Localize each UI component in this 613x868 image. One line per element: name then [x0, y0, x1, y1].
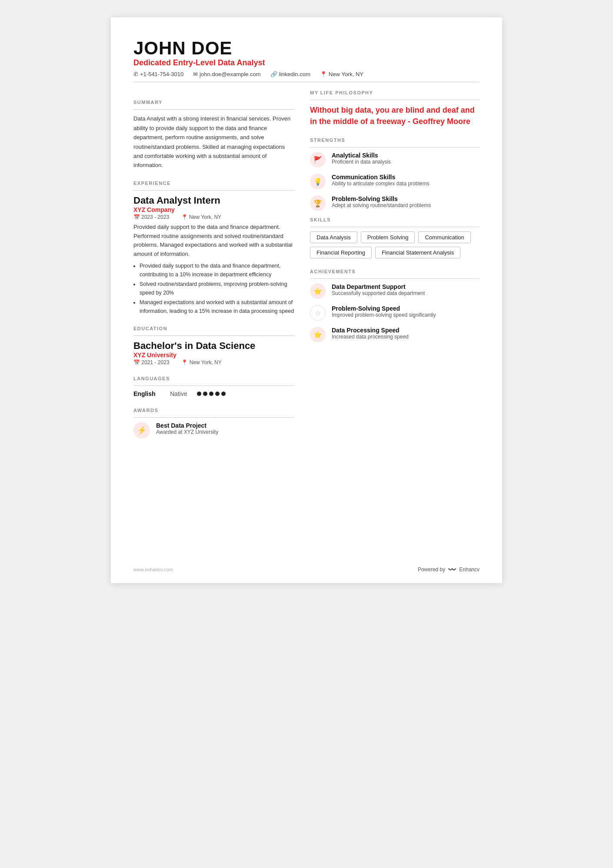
- language-dots: [197, 392, 226, 396]
- brand-name: Enhancv: [459, 566, 480, 573]
- award-icon: ⚡: [133, 422, 150, 439]
- strength-info-2: Communication Skills Ability to articula…: [332, 174, 430, 187]
- experience-divider: [133, 190, 294, 191]
- candidate-title: Dedicated Entry-Level Data Analyst: [133, 58, 480, 67]
- achievement-title-2: Problem-Solving Speed: [332, 305, 436, 312]
- award-item: ⚡ Best Data Project Awarded at XYZ Unive…: [133, 422, 294, 439]
- languages-label: LANGUAGES: [133, 376, 294, 381]
- experience-description: Provided daily support to the data and f…: [133, 223, 294, 259]
- strength-sub-1: Proficient in data analysis: [332, 159, 391, 165]
- strength-title-3: Problem-Solving Skills: [332, 195, 431, 202]
- email-icon: ✉: [193, 71, 198, 77]
- footer-website: www.enhancv.com: [133, 567, 173, 572]
- award-subtitle: Awarded at XYZ University: [156, 429, 218, 435]
- award-info: Best Data Project Awarded at XYZ Univers…: [156, 422, 218, 435]
- achievement-sub-3: Increased data processing speed: [332, 334, 409, 340]
- location-icon: 📍: [320, 71, 327, 77]
- achievement-title-3: Data Processing Speed: [332, 327, 409, 334]
- achievements-label: ACHIEVEMENTS: [310, 269, 480, 274]
- summary-label: SUMMARY: [133, 100, 294, 105]
- award-title: Best Data Project: [156, 422, 218, 429]
- footer: www.enhancv.com Powered by 〰️ Enhancv: [133, 565, 480, 573]
- achievement-icon-2: ☆: [310, 305, 326, 321]
- skills-divider: [310, 227, 480, 227]
- achievement-item-3: ⭐ Data Processing Speed Increased data p…: [310, 327, 480, 342]
- experience-bullets: Provided daily support to the data and f…: [133, 261, 294, 315]
- strength-info-3: Problem-Solving Skills Adept at solving …: [332, 195, 431, 208]
- powered-by-text: Powered by: [418, 566, 445, 573]
- summary-divider: [133, 109, 294, 110]
- bullet-1: Provided daily support to the data and f…: [140, 261, 294, 279]
- language-row: English Native: [133, 390, 294, 397]
- strength-icon-1: 🚩: [310, 152, 326, 168]
- language-name: English: [133, 390, 164, 397]
- resume-page: JOHN DOE Dedicated Entry-Level Data Anal…: [111, 17, 502, 583]
- skills-label: SKILLS: [310, 217, 480, 222]
- dot-4: [215, 392, 220, 396]
- languages-divider: [133, 385, 294, 386]
- awards-label: AWARDS: [133, 408, 294, 413]
- bullet-2: Solved routine/standard problems, improv…: [140, 280, 294, 297]
- job-title: Data Analyst Intern: [133, 195, 294, 206]
- skill-2: Problem Solving: [361, 231, 415, 243]
- phone-icon: ✆: [133, 71, 138, 77]
- education-meta: 📅 2021 - 2023 📍 New York, NY: [133, 359, 294, 365]
- contact-info: ✆ +1-541-754-3010 ✉ john.doe@example.com…: [133, 71, 480, 77]
- strength-title-1: Analytical Skills: [332, 152, 391, 159]
- edu-dates: 📅 2021 - 2023: [133, 359, 169, 365]
- achievement-item-2: ☆ Problem-Solving Speed Improved problem…: [310, 305, 480, 321]
- strength-icon-2: 💡: [310, 174, 326, 189]
- skill-3: Communication: [418, 231, 470, 243]
- awards-divider: [133, 417, 294, 418]
- skill-1: Data Analysis: [310, 231, 357, 243]
- email-contact: ✉ john.doe@example.com: [193, 71, 260, 77]
- dot-3: [209, 392, 213, 396]
- language-level: Native: [170, 390, 187, 397]
- achievement-info-3: Data Processing Speed Increased data pro…: [332, 327, 409, 340]
- skill-5: Financial Statement Analysis: [375, 247, 460, 258]
- candidate-name: JOHN DOE: [133, 38, 480, 58]
- strengths-divider: [310, 147, 480, 147]
- education-divider: [133, 335, 294, 336]
- header: JOHN DOE Dedicated Entry-Level Data Anal…: [133, 38, 480, 77]
- skills-grid: Data Analysis Problem Solving Communicat…: [310, 231, 480, 258]
- dot-2: [203, 392, 207, 396]
- company-name: XYZ Company: [133, 206, 294, 213]
- link-icon: 🔗: [270, 71, 277, 77]
- bullet-3: Managed expectations and worked with a s…: [140, 298, 294, 315]
- philosophy-quote: Without big data, you are blind and deaf…: [310, 104, 480, 127]
- logo-icon: 〰️: [448, 565, 456, 573]
- edu-calendar-icon: 📅: [133, 359, 140, 365]
- achievement-sub-2: Improved problem-solving speed significa…: [332, 312, 436, 318]
- exp-location: 📍 New York, NY: [181, 214, 221, 220]
- achievement-icon-1: ⭐: [310, 283, 326, 299]
- strengths-label: STRENGTHS: [310, 137, 480, 143]
- achievements-divider: [310, 278, 480, 279]
- school-name: XYZ University: [133, 352, 294, 359]
- linkedin-contact: 🔗 linkedin.com: [270, 71, 310, 77]
- achievement-sub-1: Successfully supported data department: [332, 290, 425, 296]
- achievement-item-1: ⭐ Data Department Support Successfully s…: [310, 283, 480, 299]
- achievement-icon-3: ⭐: [310, 327, 326, 342]
- footer-logo: Powered by 〰️ Enhancv: [418, 565, 480, 573]
- summary-text: Data Analyst with a strong interest in f…: [133, 114, 294, 170]
- strength-sub-3: Adept at solving routine/standard proble…: [332, 202, 431, 208]
- calendar-icon: 📅: [133, 214, 140, 220]
- left-column: SUMMARY Data Analyst with a strong inter…: [133, 90, 294, 439]
- location-contact: 📍 New York, NY: [320, 71, 363, 77]
- strength-item-3: 🏆 Problem-Solving Skills Adept at solvin…: [310, 195, 480, 211]
- main-layout: SUMMARY Data Analyst with a strong inter…: [133, 90, 480, 439]
- experience-meta: 📅 2023 - 2023 📍 New York, NY: [133, 214, 294, 220]
- exp-dates: 📅 2023 - 2023: [133, 214, 169, 220]
- strength-info-1: Analytical Skills Proficient in data ana…: [332, 152, 391, 165]
- skill-4: Financial Reporting: [310, 247, 372, 258]
- strength-sub-2: Ability to articulate complex data probl…: [332, 181, 430, 187]
- dot-1: [197, 392, 201, 396]
- achievement-title-1: Data Department Support: [332, 283, 425, 290]
- experience-label: EXPERIENCE: [133, 181, 294, 186]
- header-divider: [133, 82, 480, 82]
- phone-contact: ✆ +1-541-754-3010: [133, 71, 183, 77]
- edu-location-icon: 📍: [181, 359, 188, 365]
- dot-5: [221, 392, 226, 396]
- education-label: EDUCATION: [133, 326, 294, 331]
